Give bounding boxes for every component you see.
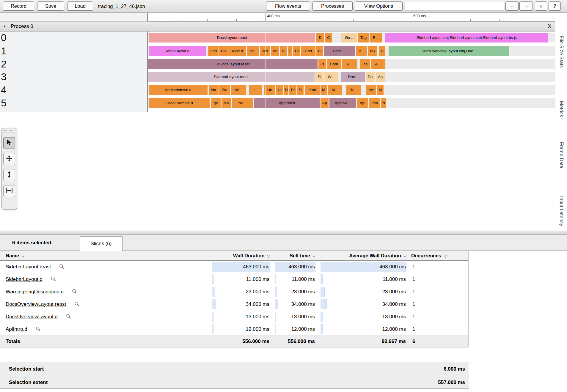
trace-slice[interactable]: D: [284, 85, 289, 95]
slice-name-link[interactable]: WarningFlagDescription.d: [6, 289, 64, 295]
magnifier-icon[interactable]: [59, 261, 64, 274]
trace-slice[interactable]: Md: [260, 46, 270, 56]
trace-slice[interactable]: Tex: [368, 46, 377, 56]
trace-slice[interactable]: Ima: [369, 98, 381, 108]
help-button[interactable]: ?: [549, 1, 561, 11]
timing-tool-button[interactable]: [3, 185, 15, 197]
find-previous-button[interactable]: ←: [505, 1, 519, 11]
trace-slice[interactable]: Ico: [360, 59, 370, 69]
trace-slice[interactable]: MainLayout.d: [149, 46, 207, 56]
find-next-button[interactable]: →: [519, 1, 533, 11]
trace-slice[interactable]: I...: [249, 85, 262, 95]
palette-drag-handle[interactable]: [3, 129, 15, 133]
trace-slice[interactable]: R...: [342, 59, 357, 69]
close-process-button[interactable]: X: [548, 22, 551, 31]
trace-slice[interactable]: Me: [366, 85, 376, 95]
trace-slice[interactable]: BeltD...: [324, 46, 355, 56]
trace-slice[interactable]: C: [379, 46, 386, 56]
magnifier-icon[interactable]: [51, 274, 56, 286]
sidebar-tab-input-latency[interactable]: Input Latency: [559, 196, 564, 226]
sort-icon[interactable]: ▽: [444, 254, 447, 258]
trace-slice[interactable]: Js: [318, 59, 326, 69]
trace-slice[interactable]: Ap: [321, 98, 329, 108]
trace-slice[interactable]: Next.d: [229, 46, 246, 56]
trace-slice[interactable]: ApiMarkdown.d: [149, 85, 208, 95]
trace-slice[interactable]: N: [381, 98, 387, 108]
trace-slice[interactable]: ge: [211, 98, 221, 108]
trace-slice[interactable]: Si: [297, 85, 304, 95]
flow-events-button[interactable]: Flow events: [266, 1, 310, 11]
record-button[interactable]: Record: [3, 1, 34, 11]
trace-slice[interactable]: DocsLayout.reast: [149, 33, 315, 42]
trace-slice[interactable]: Ge...: [341, 33, 358, 42]
slice-name-link[interactable]: SidebarLayout.reast: [6, 264, 51, 270]
trace-slice[interactable]: B...: [370, 33, 382, 42]
magnifier-icon[interactable]: [74, 299, 79, 311]
trace-slice[interactable]: Bs_: [247, 46, 259, 56]
more-options-button[interactable]: »: [535, 1, 547, 11]
trace-slice[interactable]: M: [321, 85, 327, 95]
sidebar-tab-frame-data[interactable]: Frame Data: [559, 142, 564, 168]
trace-slice[interactable]: W...: [324, 72, 338, 82]
trace-slice[interactable]: Xml: [305, 85, 320, 95]
pan-tool-button[interactable]: [3, 153, 15, 165]
sort-icon[interactable]: ▽: [404, 254, 406, 258]
trace-slice[interactable]: W...: [231, 85, 246, 95]
magnifier-icon[interactable]: [36, 324, 41, 336]
column-header-self-time[interactable]: Self time▽: [275, 251, 315, 261]
trace-slice[interactable]: No...: [232, 98, 253, 108]
trace-slice[interactable]: D: [316, 33, 324, 42]
trace-slice[interactable]: Tag: [358, 33, 369, 42]
trace-slice[interactable]: Pla: [219, 46, 229, 56]
trace-slice[interactable]: DocsOverviewLayout.cmj,Doc...: [389, 46, 509, 56]
trace-slice[interactable]: Si: [315, 72, 324, 82]
sidebar-tab-file-size-stats[interactable]: File Size Stats: [559, 36, 564, 68]
sort-icon[interactable]: ▽: [22, 254, 24, 258]
magnifier-icon[interactable]: [72, 286, 77, 299]
trace-slice[interactable]: SidebarLayout.cmj,SidebarLayout.cmi,Side…: [385, 33, 549, 42]
trace-slice[interactable]: An: [271, 46, 279, 56]
trace-slice[interactable]: blo: [222, 98, 231, 108]
trace-slice[interactable]: Api: [357, 98, 368, 108]
slice-name-link[interactable]: SidebarLayout.d: [6, 276, 43, 282]
trace-slice[interactable]: CodeExample.d: [149, 98, 210, 108]
sidebar-tab-metrics[interactable]: Metrics: [559, 101, 564, 117]
trace-slice[interactable]: C: [325, 33, 332, 42]
load-button[interactable]: Load: [67, 1, 93, 11]
collapse-icon[interactable]: ▾: [4, 22, 6, 31]
zoom-tool-button[interactable]: [3, 169, 15, 181]
column-header-average-wall-duration[interactable]: Average Wall Duration▽: [321, 251, 406, 261]
panel-splitter[interactable]: [0, 231, 567, 235]
trace-slice[interactable]: C: [288, 46, 293, 56]
trace-slice[interactable]: B...: [356, 46, 367, 56]
column-header-occurrences[interactable]: Occurrences▽: [411, 251, 447, 261]
trace-slice[interactable]: Url: [264, 85, 275, 95]
slice-name-link[interactable]: DocsOverviewLayout.reast: [6, 301, 66, 307]
trace-slice[interactable]: Do: [366, 72, 375, 82]
trace-slice[interactable]: ApiOve...: [329, 98, 356, 108]
column-header-name[interactable]: Name▽: [6, 251, 24, 261]
processes-button[interactable]: Processes: [312, 1, 353, 11]
trace-slice[interactable]: Bl: [316, 46, 323, 56]
trace-slice[interactable]: JsDocsLayout.reast: [148, 59, 318, 69]
trace-slice[interactable]: Hi: [293, 46, 301, 56]
selection-tool-button[interactable]: [3, 137, 15, 149]
trace-slice[interactable]: Re...: [346, 85, 361, 95]
save-button[interactable]: Save: [37, 1, 64, 11]
trace-slice[interactable]: A...: [371, 59, 385, 69]
tab-slices[interactable]: Slices (6): [80, 236, 122, 251]
trace-slice[interactable]: Na: [209, 85, 219, 95]
trace-slice[interactable]: Com: [327, 59, 341, 69]
trace-slice[interactable]: Doc...: [341, 72, 365, 82]
magnifier-icon[interactable]: [66, 311, 71, 324]
trace-slice[interactable]: Blo: [219, 85, 230, 95]
search-input[interactable]: [405, 2, 504, 10]
trace-slice[interactable]: M: [377, 85, 384, 95]
trace-slice[interactable]: Ut: [276, 85, 284, 95]
column-header-wall-duration[interactable]: Wall Duration▽: [212, 251, 270, 261]
slice-name-link[interactable]: DocsOverviewLayout.d: [6, 314, 58, 319]
trace-slice[interactable]: SidebarLayout.reast: [148, 72, 315, 82]
sort-icon[interactable]: ▽: [267, 254, 270, 258]
trace-slice[interactable]: Cod: [301, 46, 316, 56]
trace-slice[interactable]: Pr: [289, 85, 297, 95]
